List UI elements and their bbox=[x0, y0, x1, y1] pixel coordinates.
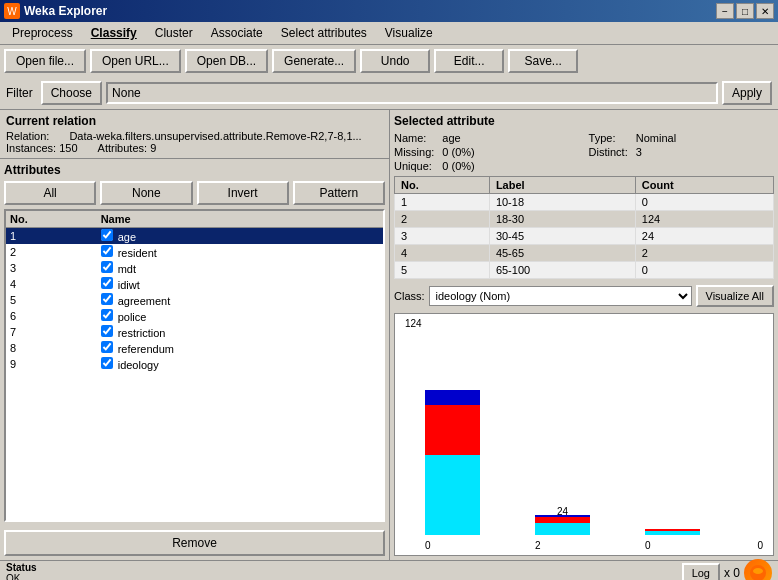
remove-button[interactable]: Remove bbox=[4, 530, 385, 556]
data-no: 4 bbox=[395, 245, 490, 262]
class-section: Class: ideology (Nom) Visualize All bbox=[394, 285, 774, 307]
toolbar: Open file... Open URL... Open DB... Gene… bbox=[0, 45, 778, 77]
open-file-button[interactable]: Open file... bbox=[4, 49, 86, 73]
data-no: 3 bbox=[395, 228, 490, 245]
menu-visualize[interactable]: Visualize bbox=[377, 24, 441, 42]
table-row[interactable]: 8 referendum bbox=[6, 340, 383, 356]
minimize-button[interactable]: − bbox=[716, 3, 734, 19]
table-row[interactable]: 1 age bbox=[6, 228, 383, 245]
bar-segment-cyan-2 bbox=[535, 523, 590, 535]
bar-group-3 bbox=[645, 529, 700, 535]
data-label: 65-100 bbox=[489, 262, 635, 279]
attributes-table: No. Name 1 age 2 resident 3 bbox=[6, 211, 383, 372]
left-panel: Current relation Relation: Data-weka.fil… bbox=[0, 110, 390, 560]
invert-button[interactable]: Invert bbox=[197, 181, 289, 205]
bar-segment-red-1 bbox=[425, 405, 480, 455]
multiplier-label: x 0 bbox=[724, 566, 740, 580]
weka-bird-icon bbox=[744, 559, 772, 581]
attr-name: age bbox=[97, 228, 383, 245]
table-row: 3 30-45 24 bbox=[395, 228, 774, 245]
selected-attribute-section: Selected attribute Name: age Type: Nomin… bbox=[394, 114, 774, 279]
generate-button[interactable]: Generate... bbox=[272, 49, 356, 73]
data-count: 2 bbox=[635, 245, 773, 262]
close-button[interactable]: ✕ bbox=[756, 3, 774, 19]
pattern-button[interactable]: Pattern bbox=[293, 181, 385, 205]
class-label: Class: bbox=[394, 290, 425, 302]
x-label-0-2: 0 bbox=[645, 540, 651, 551]
save-button[interactable]: Save... bbox=[508, 49, 578, 73]
table-row[interactable]: 9 ideology bbox=[6, 356, 383, 372]
open-db-button[interactable]: Open DB... bbox=[185, 49, 268, 73]
bar-segment-cyan-3 bbox=[645, 531, 700, 535]
instances-label: Instances: bbox=[6, 142, 56, 154]
attributes-title: Attributes bbox=[4, 163, 385, 177]
attr-name: agreement bbox=[97, 292, 383, 308]
attr-name: police bbox=[97, 308, 383, 324]
status-label: Status bbox=[6, 562, 37, 573]
status-section: Status OK bbox=[6, 562, 37, 581]
data-no: 2 bbox=[395, 211, 490, 228]
attr-checkbox[interactable] bbox=[101, 341, 113, 353]
table-row[interactable]: 5 agreement bbox=[6, 292, 383, 308]
attr-name: idiwt bbox=[97, 276, 383, 292]
table-row: 5 65-100 0 bbox=[395, 262, 774, 279]
attr-no: 4 bbox=[6, 276, 97, 292]
attr-checkbox[interactable] bbox=[101, 277, 113, 289]
menu-select-attributes[interactable]: Select attributes bbox=[273, 24, 375, 42]
open-url-button[interactable]: Open URL... bbox=[90, 49, 181, 73]
edit-button[interactable]: Edit... bbox=[434, 49, 504, 73]
chart-value-124: 124 bbox=[405, 318, 422, 329]
right-panel: Selected attribute Name: age Type: Nomin… bbox=[390, 110, 778, 560]
attr-no: 6 bbox=[6, 308, 97, 324]
log-button[interactable]: Log bbox=[682, 563, 720, 581]
attr-checkbox[interactable] bbox=[101, 245, 113, 257]
table-row: 4 45-65 2 bbox=[395, 245, 774, 262]
data-no: 1 bbox=[395, 194, 490, 211]
table-row[interactable]: 6 police bbox=[6, 308, 383, 324]
none-button[interactable]: None bbox=[100, 181, 192, 205]
data-label: 30-45 bbox=[489, 228, 635, 245]
filter-apply-button[interactable]: Apply bbox=[722, 81, 772, 105]
attr-checkbox[interactable] bbox=[101, 229, 113, 241]
status-value: OK bbox=[6, 573, 37, 581]
name-label: Name: bbox=[394, 132, 434, 144]
bar-label-24: 24 bbox=[535, 506, 590, 517]
relation-value: Data-weka.filters.unsupervised.attribute… bbox=[69, 130, 361, 142]
window-title: Weka Explorer bbox=[24, 4, 107, 18]
svg-point-1 bbox=[753, 568, 763, 574]
bar-group-2: 24 bbox=[535, 515, 590, 535]
bar-group-1 bbox=[425, 390, 480, 535]
attr-checkbox[interactable] bbox=[101, 357, 113, 369]
attributes-list[interactable]: No. Name 1 age 2 resident 3 bbox=[4, 209, 385, 522]
attr-name: ideology bbox=[97, 356, 383, 372]
main-content: Current relation Relation: Data-weka.fil… bbox=[0, 110, 778, 560]
class-select[interactable]: ideology (Nom) bbox=[429, 286, 692, 306]
attr-checkbox[interactable] bbox=[101, 261, 113, 273]
distinct-value: 3 bbox=[636, 146, 774, 158]
attr-checkbox[interactable] bbox=[101, 325, 113, 337]
undo-button[interactable]: Undo bbox=[360, 49, 430, 73]
data-col-count: Count bbox=[635, 177, 773, 194]
table-row[interactable]: 7 restriction bbox=[6, 324, 383, 340]
status-bar: Status OK Log x 0 bbox=[0, 560, 778, 580]
data-count: 0 bbox=[635, 194, 773, 211]
attr-checkbox[interactable] bbox=[101, 309, 113, 321]
table-row[interactable]: 2 resident bbox=[6, 244, 383, 260]
filter-choose-button[interactable]: Choose bbox=[41, 81, 102, 105]
selected-attr-title: Selected attribute bbox=[394, 114, 774, 128]
maximize-button[interactable]: □ bbox=[736, 3, 754, 19]
menu-preprocess[interactable]: Preprocess bbox=[4, 24, 81, 42]
current-relation-title: Current relation bbox=[6, 114, 383, 128]
menu-cluster[interactable]: Cluster bbox=[147, 24, 201, 42]
all-button[interactable]: All bbox=[4, 181, 96, 205]
data-label: 18-30 bbox=[489, 211, 635, 228]
attr-checkbox[interactable] bbox=[101, 293, 113, 305]
menu-classify[interactable]: Classify bbox=[83, 24, 145, 42]
table-row[interactable]: 4 idiwt bbox=[6, 276, 383, 292]
attr-name: referendum bbox=[97, 340, 383, 356]
menu-associate[interactable]: Associate bbox=[203, 24, 271, 42]
attr-name: mdt bbox=[97, 260, 383, 276]
data-col-label: Label bbox=[489, 177, 635, 194]
visualize-all-button[interactable]: Visualize All bbox=[696, 285, 775, 307]
table-row[interactable]: 3 mdt bbox=[6, 260, 383, 276]
